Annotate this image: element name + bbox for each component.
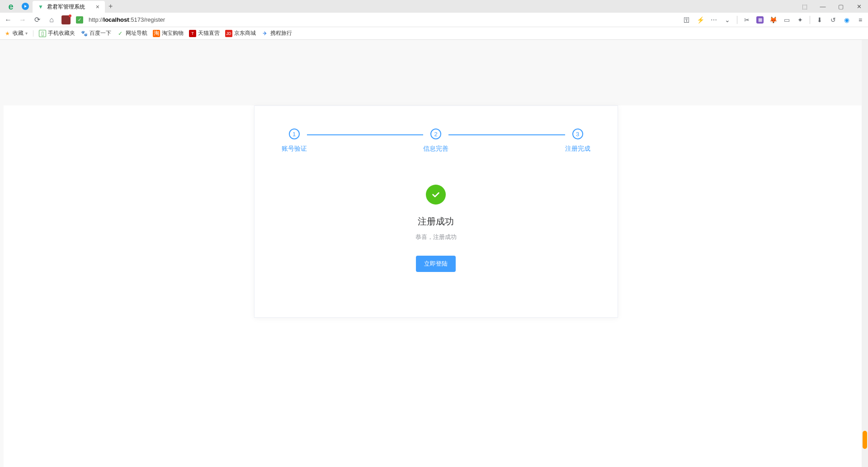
bookmarks-bar: ★ 收藏 ▾ ▯手机收藏夹 🐾百度一下 ✓网址导航 淘淘宝购物 T天猫直营 JD… [0,27,868,40]
send-icon[interactable] [21,2,30,11]
step-3: 3 注册完成 [565,129,590,153]
back-button[interactable]: ← [4,15,13,24]
video-icon[interactable]: ▭ [783,16,791,24]
security-badge-icon[interactable] [61,15,71,24]
page: 1 账号验证 2 信息完善 3 注册完成 注册成功 恭喜 [4,105,868,467]
step-circle: 1 [289,129,300,139]
puzzle-icon[interactable]: ✦ [796,16,804,24]
active-tab[interactable]: ▼ 君君军管理系统 × [33,1,105,13]
more-icon[interactable]: ⋯ [710,16,718,24]
download-icon[interactable]: ⬇ [816,16,824,24]
window-controls: ⬚ — ▢ ✕ [796,0,868,13]
jd-icon: JD [225,30,232,37]
flash-icon[interactable]: ⚡ [696,16,704,24]
bookmark-ctrip[interactable]: ✈携程旅行 [261,29,292,37]
undo-icon[interactable]: ↺ [829,16,837,24]
step-1: 1 账号验证 [282,129,307,153]
login-button[interactable]: 立即登陆 [416,256,456,272]
menu-icon[interactable]: ≡ [856,16,864,24]
bookmark-nav[interactable]: ✓网址导航 [117,29,147,37]
bookmark-baidu[interactable]: 🐾百度一下 [80,29,111,37]
bookmark-mobile[interactable]: ▯手机收藏夹 [39,29,75,37]
reload-button[interactable]: ⟳ [33,15,42,24]
step-label: 信息完善 [423,145,448,153]
step-2: 2 信息完善 [423,129,448,153]
step-line [307,134,424,135]
bookmark-taobao[interactable]: 淘淘宝购物 [153,29,184,37]
step-line [448,134,565,135]
baidu-icon: 🐾 [80,30,88,37]
tab-title: 君君军管理系统 [47,3,85,11]
orange-ext-icon[interactable]: 🦊 [769,16,777,24]
step-circle: 3 [572,129,583,139]
result-title: 注册成功 [418,215,454,228]
tmall-icon: T [189,30,196,37]
close-tab-icon[interactable]: × [96,3,99,10]
steps-indicator: 1 账号验证 2 信息完善 3 注册完成 [282,129,590,153]
scrollbar-track[interactable] [862,40,868,467]
step-label: 账号验证 [282,145,307,153]
home-button[interactable]: ⌂ [47,15,56,24]
scissors-icon[interactable]: ✂ [743,16,751,24]
navigation-bar: ← → ⟳ ⌂ ✓ http://localhost:5173/register… [0,13,868,27]
bookmark-tmall[interactable]: T天猫直营 [189,29,220,37]
address-bar[interactable]: http://localhost:5173/register [89,16,165,23]
step-label: 注册完成 [565,145,590,153]
browser-logo-icon[interactable]: e [6,2,15,11]
ctrip-icon: ✈ [261,30,269,37]
maximize-button[interactable]: ▢ [832,0,850,13]
vue-icon: ▼ [38,4,43,10]
result-subtitle: 恭喜，注册成功 [415,233,457,241]
scrollbar-thumb[interactable] [863,431,867,449]
new-tab-button[interactable]: + [108,2,113,10]
taobao-icon: 淘 [153,30,160,37]
close-window-button[interactable]: ✕ [850,0,868,13]
chevron-down-icon[interactable]: ⌄ [723,16,731,24]
bookmark-jd[interactable]: JD京东商城 [225,29,256,37]
favorites-button[interactable]: ★ 收藏 ▾ [4,29,28,37]
nav-icon: ✓ [117,30,124,37]
globe-icon[interactable]: ◉ [843,16,851,24]
register-card: 1 账号验证 2 信息完善 3 注册完成 注册成功 恭喜 [254,105,618,318]
key-icon[interactable]: ⚿ [683,16,691,24]
result-panel: 注册成功 恭喜，注册成功 立即登陆 [282,185,590,272]
nav-right-controls: ⚿ ⚡ ⋯ ⌄ ✂ ▦ 🦊 ▭ ✦ ⬇ ↺ ◉ ≡ [683,16,864,24]
step-circle: 2 [430,129,441,139]
forward-button[interactable]: → [18,15,27,24]
browser-tab-strip: e ▼ 君君军管理系统 × + ⬚ — ▢ ✕ [0,0,868,13]
shopping-icon[interactable]: ⬚ [796,0,814,13]
content-area: 1 账号验证 2 信息完善 3 注册完成 注册成功 恭喜 [0,40,868,467]
purple-ext-icon[interactable]: ▦ [756,16,764,24]
site-shield-icon[interactable]: ✓ [76,16,83,24]
phone-icon: ▯ [39,30,46,37]
minimize-button[interactable]: — [814,0,832,13]
star-icon: ★ [4,30,11,37]
success-icon [426,185,446,205]
